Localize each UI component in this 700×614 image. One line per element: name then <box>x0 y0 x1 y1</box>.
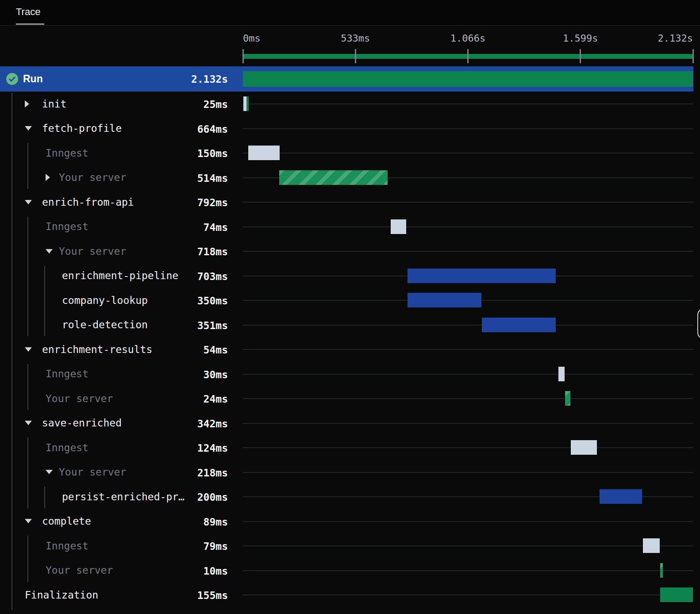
span-row-label-group: save-enriched <box>25 411 122 436</box>
span-row-inngest[interactable]: Inngest79ms <box>0 533 700 558</box>
span-name: enrichment-results <box>42 344 152 355</box>
run-success-icon <box>6 73 18 85</box>
row-track-line <box>243 251 693 252</box>
span-row-persist-enriched-pr-[interactable]: persist-enriched-pr…200ms <box>0 484 700 509</box>
span-duration: 74ms <box>139 222 228 233</box>
span-row-role-detection[interactable]: role-detection351ms <box>0 313 700 338</box>
minimap-tick <box>692 49 694 63</box>
span-bar-queue[interactable] <box>571 440 597 455</box>
span-duration: 200ms <box>139 491 228 503</box>
span-row-init[interactable]: init25ms <box>0 92 700 116</box>
span-bar-step[interactable] <box>600 489 642 504</box>
collapse-arrow-icon[interactable] <box>25 519 42 523</box>
span-bar-queue[interactable] <box>643 538 660 553</box>
collapse-arrow-icon[interactable] <box>46 249 59 253</box>
span-row-inngest[interactable]: Inngest74ms <box>0 215 700 239</box>
expand-arrow-icon[interactable] <box>46 174 59 181</box>
span-bar-queue[interactable] <box>248 146 280 160</box>
span-row-label-group: enrich-from-api <box>25 190 134 215</box>
row-track-line <box>243 521 693 522</box>
span-row-label-group: complete <box>25 509 91 534</box>
row-track-line <box>243 374 693 375</box>
span-row-company-lookup[interactable]: company-lookup350ms <box>0 288 700 313</box>
minimap-tick <box>580 49 581 63</box>
span-row-fetch-profile[interactable]: fetch-profile664ms <box>0 116 700 141</box>
span-row-label-group: Your server <box>46 558 113 583</box>
span-row-your-server[interactable]: Your server718ms <box>0 239 700 264</box>
span-bar-run[interactable] <box>246 96 249 111</box>
span-bar-step[interactable] <box>482 318 556 332</box>
tab-trace[interactable]: Trace <box>16 6 40 18</box>
span-row-your-server[interactable]: Your server10ms <box>0 558 700 583</box>
span-row-inngest[interactable]: Inngest150ms <box>0 141 700 165</box>
span-bar-run[interactable] <box>660 587 693 602</box>
span-row-inngest[interactable]: Inngest124ms <box>0 435 700 460</box>
span-row-label-group: Your server <box>46 386 113 411</box>
header-bar: Trace <box>0 0 700 26</box>
arrow-glyph <box>25 126 32 130</box>
span-row-enrichment-pipeline[interactable]: enrichment-pipeline703ms <box>0 264 700 288</box>
span-name: Your server <box>59 172 126 183</box>
span-name: role-detection <box>62 319 148 330</box>
row-track-line <box>243 447 693 448</box>
span-name: fetch-profile <box>42 123 122 134</box>
span-duration: 25ms <box>139 99 228 110</box>
span-duration: 124ms <box>139 442 228 454</box>
span-row-label-group: Inngest <box>46 141 88 165</box>
span-duration: 79ms <box>139 541 228 552</box>
run-row[interactable]: Run 2.132s <box>0 66 693 92</box>
run-timeline-bar[interactable] <box>243 71 693 87</box>
span-bar-step[interactable] <box>408 293 481 307</box>
span-duration: 54ms <box>139 344 228 356</box>
row-track-line <box>243 545 693 546</box>
collapse-arrow-icon[interactable] <box>25 347 42 352</box>
span-row-your-server[interactable]: Your server24ms <box>0 386 700 411</box>
span-duration: 24ms <box>139 393 228 405</box>
arrow-glyph <box>25 347 32 352</box>
span-name: Inngest <box>46 442 88 453</box>
span-name: Your server <box>46 564 113 576</box>
span-row-finalization[interactable]: Finalization155ms <box>0 583 700 607</box>
row-track-line <box>243 202 693 203</box>
tab-trace-underline <box>16 23 44 25</box>
scroll-handle[interactable] <box>697 309 700 338</box>
minimap-tick <box>242 49 244 63</box>
collapse-arrow-icon[interactable] <box>25 200 42 204</box>
expand-arrow-icon[interactable] <box>25 100 42 107</box>
span-duration: 351ms <box>139 320 228 331</box>
span-row-label-group: fetch-profile <box>25 116 122 141</box>
span-row-your-server[interactable]: Your server218ms <box>0 460 700 485</box>
span-duration: 350ms <box>139 295 228 307</box>
minimap-tick <box>355 49 356 63</box>
span-duration: 218ms <box>139 467 228 479</box>
span-bar-server[interactable] <box>279 170 388 185</box>
span-name: Your server <box>59 466 126 478</box>
span-row-complete[interactable]: complete89ms <box>0 509 700 534</box>
span-row-label-group: enrichment-results <box>25 337 152 362</box>
span-row-enrichment-results[interactable]: enrichment-results54ms <box>0 337 700 362</box>
collapse-arrow-icon[interactable] <box>25 126 42 130</box>
axis-tick-label: 2.132s <box>658 33 693 44</box>
arrow-glyph <box>25 200 32 204</box>
span-duration: 514ms <box>139 173 228 184</box>
span-bar-server[interactable] <box>660 563 663 578</box>
span-bar-server[interactable] <box>565 391 570 406</box>
span-bar-queue[interactable] <box>243 96 246 111</box>
collapse-arrow-icon[interactable] <box>46 470 59 474</box>
span-bar-step[interactable] <box>408 269 556 283</box>
span-bar-queue[interactable] <box>391 219 406 234</box>
span-name: Your server <box>46 393 113 404</box>
row-track-line <box>243 423 693 424</box>
arrow-glyph <box>25 421 32 425</box>
tree-guide-line <box>12 93 12 610</box>
span-row-inngest[interactable]: Inngest30ms <box>0 362 700 387</box>
span-row-save-enriched[interactable]: save-enriched342ms <box>0 411 700 436</box>
arrow-glyph <box>46 174 50 181</box>
collapse-arrow-icon[interactable] <box>25 421 42 425</box>
span-row-enrich-from-api[interactable]: enrich-from-api792ms <box>0 190 700 215</box>
span-duration: 664ms <box>139 123 228 135</box>
span-bar-queue[interactable] <box>558 367 565 381</box>
span-row-your-server[interactable]: Your server514ms <box>0 165 700 190</box>
axis-tick-label: 1.066s <box>450 33 485 44</box>
span-row-label-group: company-lookup <box>62 288 148 313</box>
